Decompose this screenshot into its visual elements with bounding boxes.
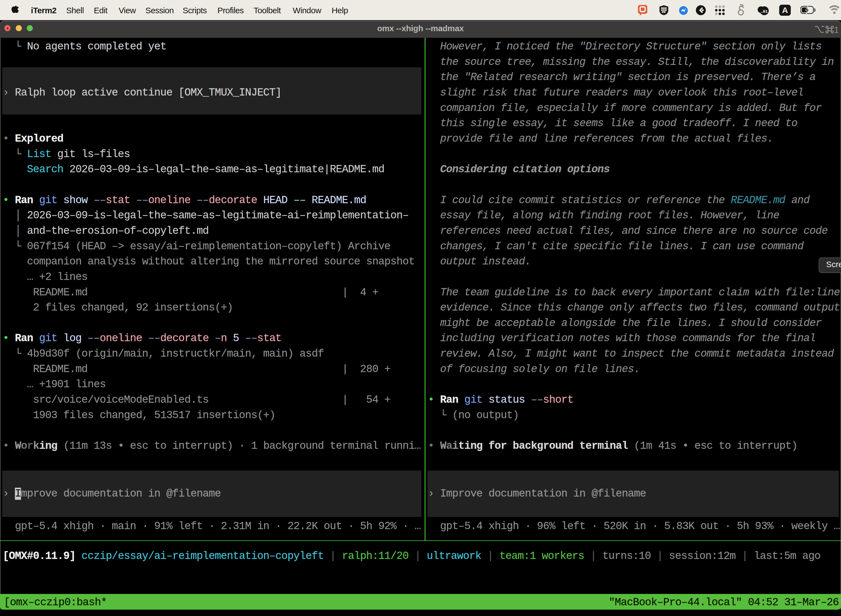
svg-text:1: 1 bbox=[834, 25, 838, 35]
svg-text:..61: ..61 bbox=[761, 9, 768, 13]
